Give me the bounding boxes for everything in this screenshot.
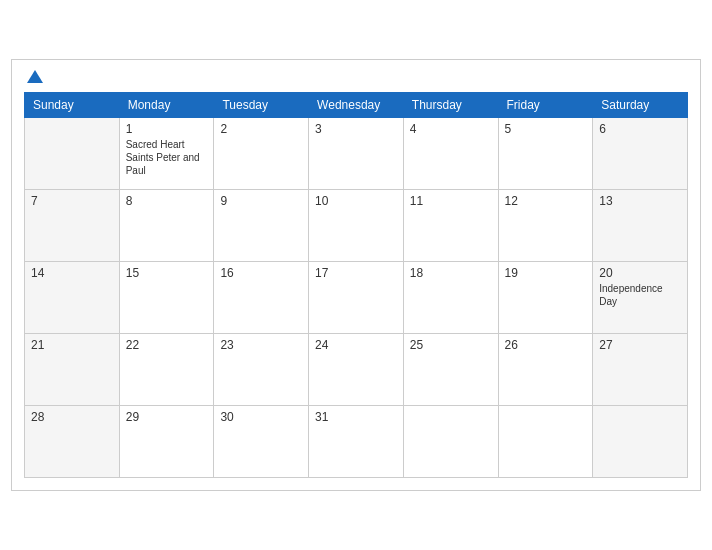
day-number: 13 [599, 194, 681, 208]
day-number: 20 [599, 266, 681, 280]
calendar-cell: 14 [25, 262, 120, 334]
day-number: 29 [126, 410, 208, 424]
calendar-week-row: 1Sacred HeartSaints Peter and Paul23456 [25, 118, 688, 190]
day-number: 2 [220, 122, 302, 136]
weekday-header-monday: Monday [119, 93, 214, 118]
weekday-header-tuesday: Tuesday [214, 93, 309, 118]
calendar-cell: 9 [214, 190, 309, 262]
day-number: 19 [505, 266, 587, 280]
day-number: 8 [126, 194, 208, 208]
day-number: 23 [220, 338, 302, 352]
calendar-cell: 15 [119, 262, 214, 334]
day-number: 9 [220, 194, 302, 208]
calendar-event: Independence Day [599, 282, 681, 308]
day-number: 14 [31, 266, 113, 280]
calendar-cell: 28 [25, 406, 120, 478]
day-number: 1 [126, 122, 208, 136]
logo [24, 70, 43, 84]
calendar-event: Saints Peter and Paul [126, 151, 208, 177]
day-number: 22 [126, 338, 208, 352]
calendar-cell: 1Sacred HeartSaints Peter and Paul [119, 118, 214, 190]
weekday-header-sunday: Sunday [25, 93, 120, 118]
day-number: 4 [410, 122, 492, 136]
calendar-cell: 20Independence Day [593, 262, 688, 334]
calendar-cell [25, 118, 120, 190]
day-number: 24 [315, 338, 397, 352]
calendar-cell: 25 [403, 334, 498, 406]
day-number: 18 [410, 266, 492, 280]
weekday-header-friday: Friday [498, 93, 593, 118]
calendar-cell: 13 [593, 190, 688, 262]
calendar-cell: 11 [403, 190, 498, 262]
calendar-cell: 16 [214, 262, 309, 334]
day-number: 16 [220, 266, 302, 280]
calendar: SundayMondayTuesdayWednesdayThursdayFrid… [11, 59, 701, 491]
calendar-week-row: 78910111213 [25, 190, 688, 262]
day-number: 10 [315, 194, 397, 208]
logo-blue-text [24, 70, 43, 84]
calendar-cell: 6 [593, 118, 688, 190]
calendar-cell: 23 [214, 334, 309, 406]
calendar-cell: 26 [498, 334, 593, 406]
calendar-cell: 10 [309, 190, 404, 262]
calendar-cell: 31 [309, 406, 404, 478]
day-number: 12 [505, 194, 587, 208]
calendar-cell: 7 [25, 190, 120, 262]
calendar-cell: 21 [25, 334, 120, 406]
calendar-event: Sacred Heart [126, 138, 208, 151]
calendar-cell: 22 [119, 334, 214, 406]
calendar-week-row: 21222324252627 [25, 334, 688, 406]
day-number: 15 [126, 266, 208, 280]
day-number: 26 [505, 338, 587, 352]
calendar-cell: 5 [498, 118, 593, 190]
day-number: 17 [315, 266, 397, 280]
calendar-cell: 30 [214, 406, 309, 478]
calendar-table: SundayMondayTuesdayWednesdayThursdayFrid… [24, 92, 688, 478]
weekday-header-thursday: Thursday [403, 93, 498, 118]
day-number: 28 [31, 410, 113, 424]
day-number: 30 [220, 410, 302, 424]
calendar-cell: 2 [214, 118, 309, 190]
calendar-cell: 3 [309, 118, 404, 190]
calendar-cell: 19 [498, 262, 593, 334]
day-number: 6 [599, 122, 681, 136]
day-number: 5 [505, 122, 587, 136]
weekday-header-wednesday: Wednesday [309, 93, 404, 118]
day-number: 27 [599, 338, 681, 352]
calendar-cell: 27 [593, 334, 688, 406]
weekday-header-saturday: Saturday [593, 93, 688, 118]
day-number: 7 [31, 194, 113, 208]
day-number: 31 [315, 410, 397, 424]
day-number: 3 [315, 122, 397, 136]
day-number: 21 [31, 338, 113, 352]
calendar-cell: 8 [119, 190, 214, 262]
calendar-cell: 17 [309, 262, 404, 334]
calendar-week-row: 28293031 [25, 406, 688, 478]
calendar-cell [498, 406, 593, 478]
calendar-header [24, 70, 688, 84]
weekday-header-row: SundayMondayTuesdayWednesdayThursdayFrid… [25, 93, 688, 118]
calendar-cell: 29 [119, 406, 214, 478]
calendar-cell: 12 [498, 190, 593, 262]
logo-triangle-icon [27, 70, 43, 83]
calendar-cell [593, 406, 688, 478]
day-number: 25 [410, 338, 492, 352]
calendar-cell: 18 [403, 262, 498, 334]
calendar-cell: 24 [309, 334, 404, 406]
day-number: 11 [410, 194, 492, 208]
calendar-cell [403, 406, 498, 478]
calendar-week-row: 14151617181920Independence Day [25, 262, 688, 334]
calendar-cell: 4 [403, 118, 498, 190]
